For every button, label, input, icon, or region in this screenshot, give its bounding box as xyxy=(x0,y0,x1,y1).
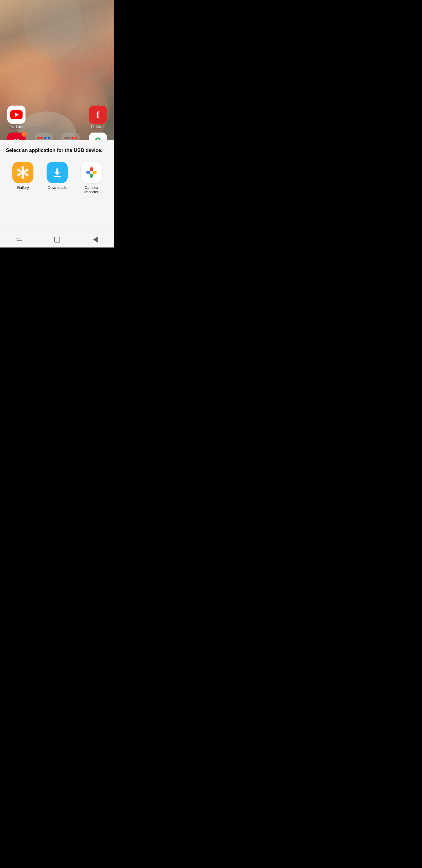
camera-importer-icon xyxy=(81,162,102,183)
home-screen: YouTube f Flipboard 11 P Pinterest xyxy=(0,0,114,158)
usb-app-gallery[interactable]: Gallery xyxy=(10,162,36,190)
svg-rect-34 xyxy=(55,237,60,242)
flipboard-label: Flipboard xyxy=(91,125,105,128)
app-flipboard[interactable]: f Flipboard xyxy=(86,105,109,128)
svg-point-31 xyxy=(90,171,93,174)
svg-point-21 xyxy=(22,166,24,169)
camera-importer-label: Camera Importer xyxy=(78,185,105,194)
app-youtube[interactable]: YouTube xyxy=(5,105,28,128)
youtube-icon xyxy=(7,105,26,124)
home-button[interactable] xyxy=(50,234,64,245)
app-row-1: YouTube f Flipboard xyxy=(5,105,109,128)
recent-apps-icon xyxy=(16,237,22,242)
usb-app-camera-importer[interactable]: Camera Importer xyxy=(78,162,105,194)
home-icon xyxy=(54,236,60,243)
gallery-icon xyxy=(12,162,33,183)
back-button[interactable] xyxy=(88,234,103,245)
gallery-label: Gallery xyxy=(17,185,29,190)
svg-marker-35 xyxy=(93,237,98,243)
back-icon xyxy=(93,237,98,243)
recent-apps-button[interactable] xyxy=(12,234,26,245)
nav-bar xyxy=(0,231,114,248)
svg-rect-33 xyxy=(17,237,22,241)
pinterest-badge: 11 xyxy=(22,131,27,137)
downloads-label: Downloads xyxy=(48,185,67,190)
usb-app-downloads[interactable]: Downloads xyxy=(44,162,70,190)
usb-dialog: Select an application for the USB device… xyxy=(0,140,114,231)
usb-dialog-title: Select an application for the USB device… xyxy=(6,147,108,154)
usb-app-list: Gallery Downloads xyxy=(6,162,108,194)
svg-point-24 xyxy=(22,175,24,179)
flipboard-icon: f xyxy=(89,105,107,124)
svg-rect-30 xyxy=(54,176,61,177)
downloads-icon xyxy=(46,162,68,183)
youtube-label: YouTube xyxy=(10,125,23,128)
